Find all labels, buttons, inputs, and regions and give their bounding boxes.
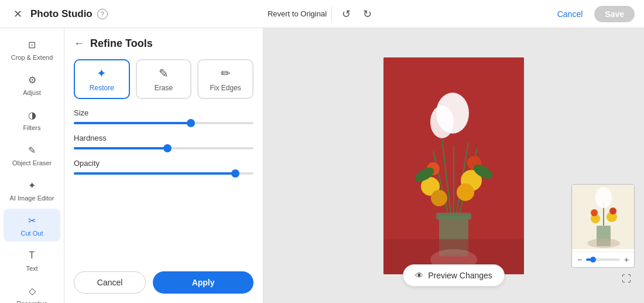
crop-icon: ⊡ [25,38,39,52]
erase-icon: ✎ [159,66,169,80]
panel-apply-button[interactable]: Apply [153,271,254,294]
zoom-slider[interactable] [586,258,620,261]
sidebar-label-decorative: Decorative [16,300,47,303]
tool-options: ✦ Restore ✎ Erase ✏ Fix Edges [74,59,254,99]
main-image-container: Use the brush to restore parts of the im… [383,57,524,274]
save-button[interactable]: Save [594,6,635,22]
sidebar-label-cut-out: Cut Out [21,230,43,237]
sidebar-item-cut-out[interactable]: ✂ Cut Out [4,209,60,241]
top-bar-left: ✕ Photo Studio ? [9,6,215,22]
svg-point-13 [431,190,447,206]
cut-out-icon: ✂ [25,213,39,227]
opacity-slider-fill [74,172,235,175]
sidebar-label-adjust: Adjust [23,89,41,96]
back-button[interactable]: ← [74,38,84,50]
mini-preview-image [572,185,635,249]
sidebar-label-crop: Crop & Extend [11,54,53,61]
sidebar-item-filters[interactable]: ◑ Filters [4,103,60,136]
text-icon: T [25,248,39,263]
hardness-slider-track[interactable] [74,147,254,149]
divider [331,7,332,21]
panel-header: ← Refine Tools [74,38,254,50]
sidebar-label-filters: Filters [23,124,41,131]
erase-label: Erase [155,84,173,92]
sidebar-label-object-eraser: Object Eraser [12,159,52,166]
opacity-slider-thumb[interactable] [231,169,239,178]
size-slider-track[interactable] [74,122,254,124]
preview-eye-icon: 👁 [415,271,423,280]
svg-point-29 [587,239,620,248]
sidebar-item-ai-image-editor[interactable]: ✦ AI Image Editor [4,173,60,206]
ai-image-editor-icon: ✦ [25,178,39,192]
sidebar-label-ai-image-editor: AI Image Editor [10,195,54,202]
zoom-in-button[interactable]: + [621,254,632,265]
tool-erase[interactable]: ✎ Erase [136,59,192,99]
zoom-slider-thumb[interactable] [590,257,596,263]
zoom-out-button[interactable]: − [574,254,585,265]
fix-edges-label: Fix Edges [210,84,241,92]
svg-point-27 [609,207,616,215]
preview-changes-label: Preview Changes [428,271,492,280]
adjust-icon: ⚙ [25,73,39,87]
panel-buttons: Cancel Apply [74,271,254,294]
mini-preview: − + [571,184,635,268]
undo-redo-group: ↺ ↻ [337,5,376,23]
revert-button[interactable]: Revert to Original [268,9,327,18]
size-slider-section: Size [74,108,254,124]
decorative-icon: ◇ [25,284,39,298]
top-bar: ✕ Photo Studio ? Revert to Original ↺ ↻ … [0,0,644,28]
icon-sidebar: ⊡ Crop & Extend ⚙ Adjust ◑ Filters ✎ Obj… [0,28,64,303]
opacity-slider-section: Opacity [74,159,254,175]
help-icon[interactable]: ? [97,9,108,19]
restore-icon: ✦ [97,66,107,80]
fullscreen-button[interactable]: ⛶ [622,274,631,284]
svg-point-24 [595,187,612,208]
size-slider-thumb[interactable] [187,119,195,127]
panel-title: Refine Tools [90,38,153,50]
svg-rect-2 [436,213,471,220]
svg-point-28 [591,209,598,216]
opacity-slider-track[interactable] [74,172,254,175]
sidebar-item-crop[interactable]: ⊡ Crop & Extend [4,33,60,66]
restore-label: Restore [90,84,114,92]
redo-button[interactable]: ↻ [358,5,376,23]
mini-controls: − + [572,251,634,267]
app-title: Photo Studio [30,8,93,20]
opacity-label: Opacity [74,159,254,168]
undo-button[interactable]: ↺ [337,5,355,23]
top-bar-right: Cancel Save [429,6,635,22]
canvas-area: Use the brush to restore parts of the im… [263,28,644,303]
fullscreen-icon-container: ⛶ [622,274,631,284]
refine-tools-panel: ← Refine Tools ✦ Restore ✎ Erase ✏ Fix E… [64,28,263,303]
hardness-slider-fill [74,147,167,149]
tool-restore[interactable]: ✦ Restore [74,59,130,99]
sidebar-label-text: Text [26,265,37,272]
fix-edges-icon: ✏ [221,66,231,80]
sidebar-item-decorative[interactable]: ◇ Decorative [4,279,60,303]
object-eraser-icon: ✎ [25,143,39,157]
sidebar-item-object-eraser[interactable]: ✎ Object Eraser [4,138,60,171]
sidebar-item-text[interactable]: T Text [4,244,60,277]
cancel-top-button[interactable]: Cancel [550,6,590,22]
flower-illustration [383,57,524,274]
filters-icon: ◑ [25,108,39,122]
hardness-label: Hardness [74,134,254,142]
svg-point-11 [457,183,474,201]
top-bar-center: Revert to Original ↺ ↻ [220,5,425,23]
preview-changes-button[interactable]: 👁 Preview Changes [403,264,505,287]
sidebar-item-adjust[interactable]: ⚙ Adjust [4,68,60,101]
svg-point-9 [430,105,454,138]
size-slider-fill [74,122,191,124]
hardness-slider-section: Hardness [74,134,254,149]
preview-btn-container: 👁 Preview Changes [403,264,505,287]
mini-preview-box: − + [571,184,635,268]
close-button[interactable]: ✕ [9,6,26,22]
panel-cancel-button[interactable]: Cancel [74,271,146,294]
size-label: Size [74,108,254,117]
main-layout: ⊡ Crop & Extend ⚙ Adjust ◑ Filters ✎ Obj… [0,28,644,303]
tool-fix-edges[interactable]: ✏ Fix Edges [197,59,254,99]
hardness-slider-thumb[interactable] [163,144,172,152]
